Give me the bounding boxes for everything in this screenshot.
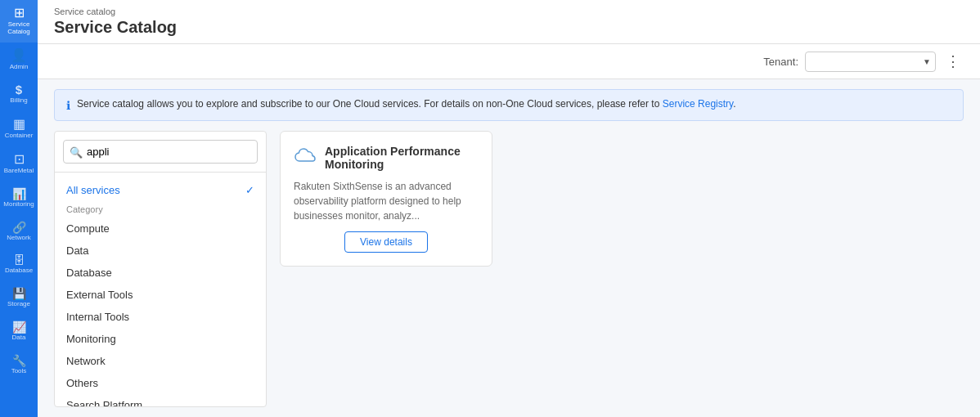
- filter-list: All services ✓ Category Compute Data Dat…: [55, 173, 266, 406]
- content-area: 🔍 All services ✓ Category Compute Data D…: [38, 131, 980, 417]
- view-details-button[interactable]: View details: [344, 231, 428, 253]
- filter-panel: 🔍 All services ✓ Category Compute Data D…: [54, 131, 267, 407]
- filter-label-network: Network: [66, 355, 106, 367]
- sidebar-item-database[interactable]: 🗄 Database: [0, 248, 38, 281]
- tools-icon: 🔧: [12, 355, 26, 366]
- page-header: Service catalog Service Catalog: [38, 0, 980, 44]
- network-icon: 🔗: [12, 222, 26, 233]
- service-panel: Application Performance Monitoring Rakut…: [280, 131, 964, 407]
- more-options-button[interactable]: ⋮: [942, 51, 964, 72]
- service-card-apm: Application Performance Monitoring Rakut…: [280, 131, 492, 267]
- sidebar-label-container: Container: [5, 132, 34, 140]
- sidebar-label-billing: Billing: [10, 97, 27, 105]
- database-icon: 🗄: [13, 254, 25, 266]
- category-section-label: Category: [55, 201, 266, 217]
- monitoring-icon: 📊: [12, 188, 26, 200]
- filter-label-database: Database: [66, 267, 112, 279]
- filter-label-data: Data: [66, 244, 88, 257]
- sidebar-item-data[interactable]: 📈 Data: [0, 315, 38, 348]
- sidebar-label-monitoring: Monitoring: [3, 201, 34, 208]
- tenant-select[interactable]: [805, 52, 936, 72]
- info-icon: ℹ: [66, 99, 70, 112]
- filter-item-database[interactable]: Database: [55, 262, 266, 284]
- search-input-wrapper: 🔍: [63, 140, 258, 164]
- bare-metal-icon: ⊡: [14, 153, 25, 166]
- filter-item-monitoring[interactable]: Monitoring: [55, 328, 266, 350]
- sidebar-label-database: Database: [5, 267, 33, 275]
- filter-label-external-tools: External Tools: [66, 289, 133, 301]
- filter-label-monitoring: Monitoring: [66, 333, 116, 345]
- filter-item-data[interactable]: Data: [55, 240, 266, 262]
- card-header: Application Performance Monitoring: [294, 145, 479, 171]
- filter-item-search-platform[interactable]: Search Platform: [55, 394, 266, 406]
- sidebar-label-network: Network: [7, 235, 30, 242]
- search-input[interactable]: [63, 140, 258, 164]
- sidebar-label-admin: Admin: [10, 64, 29, 71]
- filter-item-external-tools[interactable]: External Tools: [55, 284, 266, 306]
- service-catalog-icon: ⊞: [14, 7, 25, 20]
- filter-label-search-platform: Search Platform: [66, 399, 142, 406]
- filter-label-compute: Compute: [66, 222, 110, 235]
- sidebar-item-admin[interactable]: 👤 Admin: [0, 43, 38, 78]
- admin-icon: 👤: [11, 49, 27, 62]
- sidebar-item-network[interactable]: 🔗 Network: [0, 215, 38, 249]
- container-icon: ▦: [13, 118, 25, 131]
- billing-icon: $: [16, 83, 22, 96]
- info-text: Service catalog allows you to explore an…: [77, 98, 736, 110]
- sidebar-item-tools[interactable]: 🔧 Tools: [0, 348, 38, 382]
- filter-item-network[interactable]: Network: [55, 350, 266, 372]
- card-footer: View details: [294, 231, 479, 253]
- breadcrumb: Service catalog: [54, 7, 964, 16]
- page-title: Service Catalog: [54, 18, 964, 37]
- search-icon: 🔍: [70, 146, 83, 158]
- filter-all-services[interactable]: All services ✓: [55, 179, 266, 201]
- data-icon: 📈: [12, 321, 26, 333]
- check-icon: ✓: [245, 184, 254, 196]
- main-content: Service catalog Service Catalog Tenant: …: [38, 0, 980, 417]
- cloud-icon: [294, 146, 317, 169]
- card-description: Rakuten SixthSense is an advanced observ…: [294, 179, 479, 223]
- sidebar-item-storage[interactable]: 💾 Storage: [0, 281, 38, 315]
- info-banner: ℹ Service catalog allows you to explore …: [54, 89, 964, 121]
- sidebar: ⊞ Service Catalog 👤 Admin $ Billing ▦ Co…: [0, 0, 38, 417]
- search-box: 🔍: [55, 132, 266, 173]
- filter-item-internal-tools[interactable]: Internal Tools: [55, 306, 266, 328]
- filter-item-compute[interactable]: Compute: [55, 217, 266, 240]
- tenant-select-wrapper: ▼: [805, 52, 936, 72]
- toolbar: Tenant: ▼ ⋮: [38, 44, 980, 79]
- card-title: Application Performance Monitoring: [325, 145, 479, 171]
- sidebar-label-tools: Tools: [11, 368, 27, 375]
- sidebar-item-billing[interactable]: $ Billing: [0, 77, 38, 111]
- service-registry-link[interactable]: Service Registry: [663, 98, 733, 110]
- filter-all-services-label: All services: [66, 184, 120, 196]
- sidebar-label-bare-metal: BareMetal: [4, 168, 34, 175]
- sidebar-item-container[interactable]: ▦ Container: [0, 111, 38, 146]
- sidebar-label-storage: Storage: [7, 301, 30, 308]
- sidebar-item-monitoring[interactable]: 📊 Monitoring: [0, 182, 38, 215]
- sidebar-label-service-catalog: Service Catalog: [2, 21, 36, 36]
- sidebar-item-bare-metal[interactable]: ⊡ BareMetal: [0, 146, 38, 182]
- sidebar-label-data: Data: [12, 334, 26, 342]
- filter-label-others: Others: [66, 377, 98, 389]
- storage-icon: 💾: [12, 288, 26, 299]
- sidebar-item-service-catalog[interactable]: ⊞ Service Catalog: [0, 0, 38, 43]
- filter-label-internal-tools: Internal Tools: [66, 311, 129, 323]
- tenant-label: Tenant:: [763, 56, 798, 68]
- filter-item-others[interactable]: Others: [55, 372, 266, 394]
